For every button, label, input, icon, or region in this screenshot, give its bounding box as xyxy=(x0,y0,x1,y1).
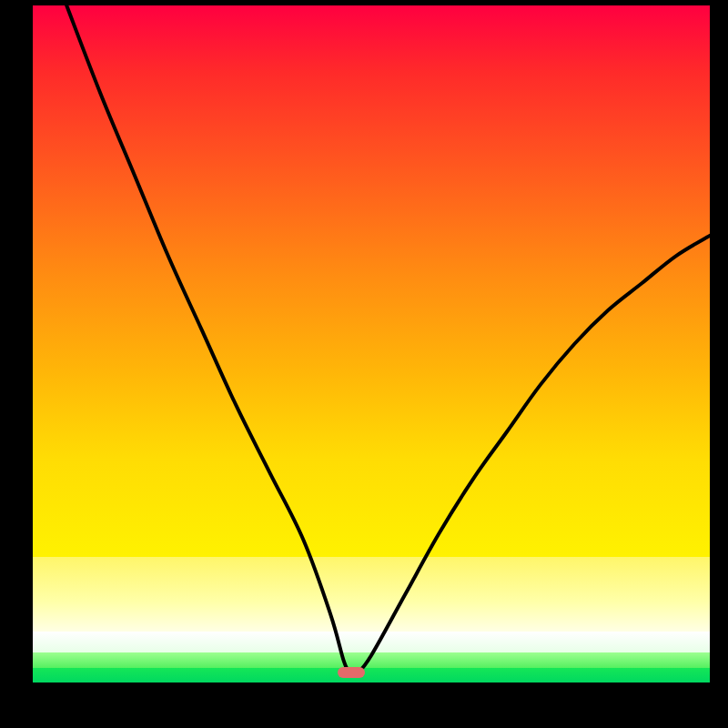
bottleneck-curve-path xyxy=(66,5,710,674)
chart-frame: TheBottleneck.com xyxy=(0,0,728,728)
plot-area xyxy=(33,5,710,682)
optimal-point-marker xyxy=(338,667,365,678)
curve-layer xyxy=(33,5,710,682)
